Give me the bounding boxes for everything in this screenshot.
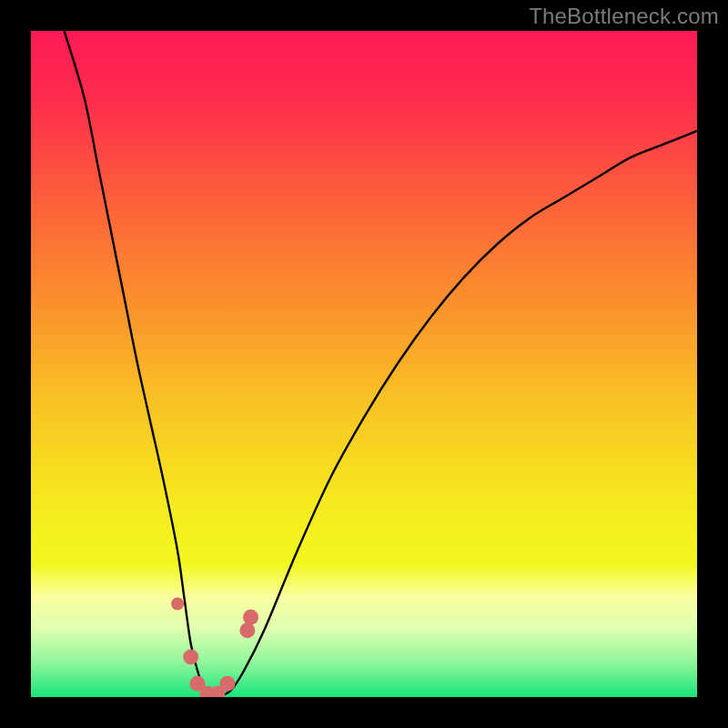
watermark-text: TheBottleneck.com <box>529 4 719 29</box>
curve-marker <box>219 676 235 692</box>
curve-marker <box>239 622 255 638</box>
gradient-background <box>31 31 697 697</box>
curve-marker <box>171 598 184 611</box>
curve-marker <box>183 650 198 665</box>
plot-area <box>31 31 697 697</box>
curve-marker <box>243 610 258 625</box>
bottleneck-chart <box>31 31 697 697</box>
frame-border-left <box>0 0 31 728</box>
frame-border-right <box>697 0 728 728</box>
frame-border-bottom <box>0 697 728 728</box>
